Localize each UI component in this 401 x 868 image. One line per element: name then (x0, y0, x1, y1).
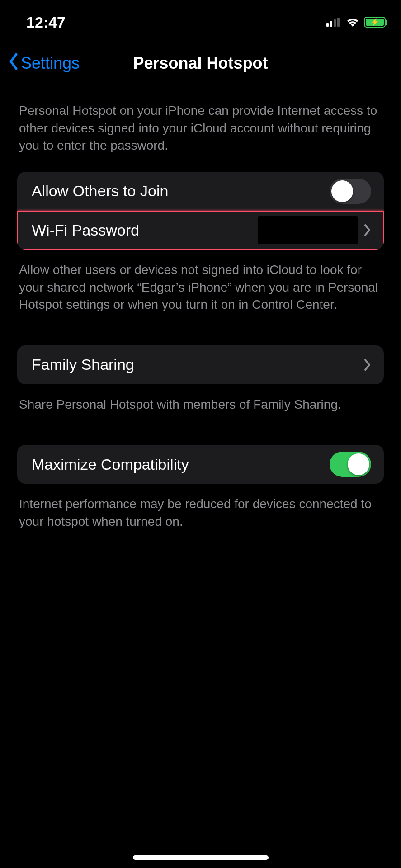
row-family-sharing[interactable]: Family Sharing (17, 345, 384, 384)
row-label: Wi-Fi Password (32, 222, 139, 239)
home-indicator[interactable] (133, 855, 269, 860)
wifi-password-value-redacted (258, 216, 358, 244)
chevron-right-icon (364, 224, 371, 236)
status-time: 12:47 (26, 14, 66, 31)
family-sharing-description: Share Personal Hotspot with members of F… (0, 396, 401, 414)
row-max-compat[interactable]: Maximize Compatibility (17, 445, 384, 484)
row-label: Maximize Compatibility (32, 456, 189, 473)
group-max-compat: Maximize Compatibility (17, 445, 384, 484)
status-icons: ⚡ (326, 17, 386, 28)
group-hotspot-main: Allow Others to Join Wi-Fi Password (17, 172, 384, 250)
battery-charging-icon: ⚡ (364, 17, 386, 28)
max-compat-toggle[interactable] (330, 452, 371, 477)
nav-bar: Settings Personal Hotspot (0, 45, 401, 81)
back-button[interactable]: Settings (8, 52, 80, 75)
allow-others-description: Allow other users or devices not signed … (0, 261, 401, 314)
row-wifi-password[interactable]: Wi-Fi Password (17, 211, 384, 250)
back-button-label: Settings (21, 54, 80, 73)
hotspot-description: Personal Hotspot on your iPhone can prov… (0, 102, 401, 155)
max-compat-description: Internet performance may be reduced for … (0, 495, 401, 530)
row-allow-others[interactable]: Allow Others to Join (17, 172, 384, 211)
chevron-left-icon (8, 52, 19, 75)
row-label: Allow Others to Join (32, 182, 168, 200)
status-bar: 12:47 ⚡ (0, 0, 401, 36)
wifi-icon (346, 17, 359, 27)
chevron-right-icon (364, 359, 371, 371)
cellular-signal-icon (326, 18, 340, 27)
group-family-sharing: Family Sharing (17, 345, 384, 384)
allow-others-toggle[interactable] (330, 179, 371, 204)
row-label: Family Sharing (32, 356, 134, 373)
